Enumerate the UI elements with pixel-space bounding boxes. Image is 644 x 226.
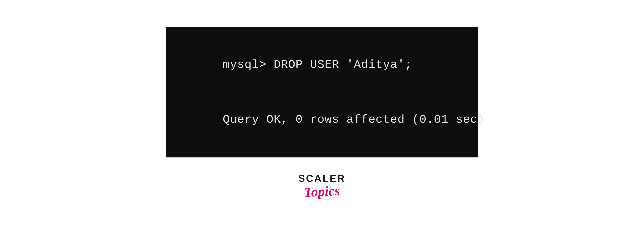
terminal-command: DROP USER 'Aditya'; (274, 58, 412, 71)
logo-container: SCALER Topics (298, 173, 346, 199)
terminal-line-1: mysql> DROP USER 'Aditya'; (179, 37, 465, 92)
page-container: mysql> DROP USER 'Aditya'; Query OK, 0 r… (166, 27, 478, 199)
terminal-block: mysql> DROP USER 'Aditya'; Query OK, 0 r… (166, 27, 478, 157)
logo-topics-text: Topics (304, 183, 340, 200)
terminal-prompt: mysql> (223, 58, 274, 71)
terminal-result: Query OK, 0 rows affected (0.01 sec) (223, 113, 485, 126)
terminal-line-2: Query OK, 0 rows affected (0.01 sec) (179, 92, 465, 147)
logo-scaler-text: SCALER (298, 173, 346, 184)
